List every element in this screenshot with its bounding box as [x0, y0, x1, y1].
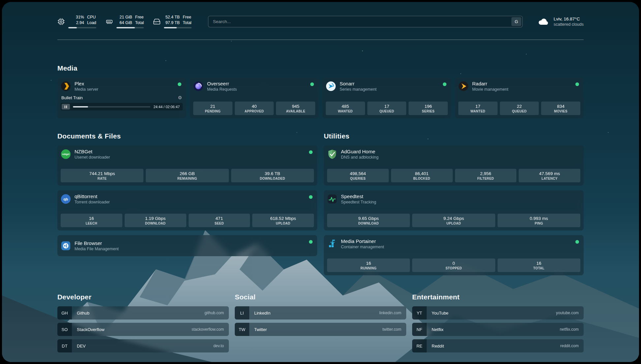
- bookmark-stackoverflow[interactable]: SO StackOverflow stackoverflow.com: [57, 323, 229, 336]
- stat-pending: 21PENDING: [193, 102, 232, 115]
- stat-filtered: 2,956FILTERED: [455, 169, 517, 182]
- dashboard-content: 31%CPU 2.94Load 21 GiBFree 64 GiBTotal: [2, 2, 639, 362]
- memory-total-label: Total: [135, 20, 144, 25]
- bookmark-youtube[interactable]: YT YouTube youtube.com: [412, 306, 584, 319]
- stat-approved: 40APPROVED: [235, 102, 274, 115]
- weather-location: Lviv, 16.87°C: [554, 16, 584, 21]
- documents-column: Documents & Files nzbget NZBGet Usenet d…: [57, 132, 317, 256]
- stat-movies: 834MOVIES: [541, 102, 580, 115]
- top-bar: 31%CPU 2.94Load 21 GiBFree 64 GiBTotal: [57, 12, 584, 31]
- search-provider-button[interactable]: G: [511, 17, 521, 26]
- bookmark-reddit[interactable]: RE Reddit reddit.com: [412, 339, 584, 352]
- svg-text:nzbget: nzbget: [62, 153, 70, 156]
- radarr-icon: [458, 81, 469, 91]
- service-card-nzbget[interactable]: nzbget NZBGet Usenet downloader 744.21 M…: [57, 145, 317, 186]
- stat-download: 9.65 GbpsDOWNLOAD: [327, 214, 410, 227]
- stat-queued: 17QUEUED: [367, 102, 407, 115]
- service-title: Media Portainer: [341, 238, 384, 244]
- pause-button[interactable]: [62, 104, 70, 109]
- memory-widget: 21 GiBFree 64 GiBTotal: [106, 15, 144, 28]
- service-card-portainer[interactable]: Media Portainer Container management 16R…: [324, 235, 584, 275]
- service-card-filebrowser[interactable]: File Browser Media File Management: [57, 235, 317, 256]
- stat-ping: 0.993 msPING: [498, 214, 580, 227]
- bookmark-domain: dev.to: [213, 339, 229, 352]
- bookmark-abbr: NF: [412, 323, 427, 336]
- bookmark-domain: twitter.com: [382, 323, 406, 336]
- playback-progress[interactable]: [73, 106, 150, 107]
- service-card-sonarr[interactable]: Sonarr Series management 485WANTED 17QUE…: [322, 77, 451, 118]
- stat-downloaded: 39.6 TBDOWNLOADED: [231, 169, 314, 182]
- disk-total: 97.9 TB: [164, 20, 180, 25]
- memory-total: 64 GiB: [116, 20, 132, 25]
- section-title-entertainment: Entertainment: [412, 293, 584, 301]
- bookmark-name: DEV: [72, 339, 213, 352]
- nzbget-icon: nzbget: [61, 149, 71, 159]
- bookmark-github[interactable]: GH Github github.com: [57, 306, 229, 319]
- service-desc: Container management: [341, 245, 384, 249]
- bookmark-linkedin[interactable]: LI LinkedIn linkedin.com: [235, 306, 406, 319]
- status-dot: [443, 82, 446, 86]
- bookmark-abbr: DT: [57, 339, 72, 352]
- service-title: qBittorrent: [75, 194, 110, 199]
- service-title: File Browser: [75, 240, 119, 246]
- service-card-plex[interactable]: Plex Media server Bullet Train ⚙ 24:44 /…: [57, 77, 186, 118]
- service-card-speedtest[interactable]: Speedtest Speedtest Tracking 9.65 GbpsDO…: [324, 190, 584, 230]
- status-dot: [309, 240, 313, 244]
- service-desc: Media server: [75, 87, 98, 92]
- stat-remaining: 266 GBREMAINING: [146, 169, 229, 182]
- status-dot: [309, 150, 313, 154]
- search-input[interactable]: [208, 16, 523, 27]
- service-card-overseerr[interactable]: Overseerr Media Requests 21PENDING 40APP…: [190, 77, 319, 118]
- service-desc: DNS and adblocking: [341, 155, 379, 160]
- service-card-radarr[interactable]: Radarr Movie management 17WANTED 22QUEUE…: [455, 77, 584, 118]
- memory-bar: [116, 27, 144, 28]
- bookmark-domain: netflix.com: [560, 323, 584, 336]
- utilities-column: Utilities: [324, 132, 584, 275]
- disk-free: 52.4 TB: [164, 15, 180, 20]
- stat-latency: 47.569 msLATENCY: [519, 169, 580, 182]
- media-cards-row: Plex Media server Bullet Train ⚙ 24:44 /…: [57, 77, 584, 118]
- service-desc: Torrent downloader: [75, 200, 110, 204]
- stat-queries: 498,564QUERIES: [327, 169, 389, 182]
- section-title-social: Social: [235, 293, 406, 301]
- bookmark-name: YouTube: [427, 306, 556, 319]
- section-title-documents: Documents & Files: [57, 132, 317, 140]
- disk-bar: [164, 27, 191, 28]
- stat-leech: 16LEECH: [61, 214, 122, 227]
- bookmark-domain: linkedin.com: [379, 306, 406, 319]
- bookmark-name: StackOverflow: [72, 323, 192, 336]
- cpu-label: CPU: [87, 15, 96, 20]
- service-desc: Usenet downloader: [75, 155, 110, 160]
- service-title: Sonarr: [340, 81, 377, 86]
- adguard-icon: [327, 149, 337, 159]
- bookmark-abbr: TW: [235, 323, 249, 336]
- bookmark-twitter[interactable]: TW Twitter twitter.com: [235, 323, 406, 336]
- dashboard-screen: 31%CPU 2.94Load 21 GiBFree 64 GiBTotal: [2, 2, 639, 362]
- bookmark-abbr: LI: [235, 306, 249, 319]
- stat-upload: 9.24 GbpsUPLOAD: [412, 214, 495, 227]
- bookmark-domain: stackoverflow.com: [192, 323, 229, 336]
- plex-now-playing: Bullet Train ⚙ 24:44 / 02:06:47: [61, 95, 183, 110]
- section-title-utilities: Utilities: [324, 132, 584, 140]
- resource-widgets: 31%CPU 2.94Load 21 GiBFree 64 GiBTotal: [57, 15, 192, 28]
- service-desc: Media Requests: [207, 87, 237, 92]
- stat-blocked: 86,401BLOCKED: [391, 169, 453, 182]
- now-playing-title: Bullet Train: [61, 95, 83, 100]
- stat-total: 16TOTAL: [498, 258, 580, 272]
- memory-icon: [106, 18, 113, 25]
- cpu-icon: [57, 18, 65, 25]
- plex-icon: [61, 81, 71, 91]
- gear-icon[interactable]: ⚙: [178, 95, 182, 100]
- bookmark-dev[interactable]: DT DEV dev.to: [57, 339, 229, 352]
- bookmark-domain: github.com: [204, 306, 229, 319]
- service-card-qbittorrent[interactable]: qb qBittorrent Torrent downloader 16LEEC…: [57, 190, 317, 230]
- service-card-adguard[interactable]: AdGuard Home DNS and adblocking 498,564Q…: [324, 145, 584, 186]
- memory-free-label: Free: [135, 15, 144, 20]
- bookmark-abbr: GH: [57, 306, 72, 319]
- service-title: Plex: [75, 81, 98, 86]
- bookmark-netflix[interactable]: NF Netflix netflix.com: [412, 323, 584, 336]
- status-dot: [575, 240, 579, 244]
- portainer-icon: [327, 239, 337, 249]
- bookmark-name: LinkedIn: [249, 306, 379, 319]
- bookmark-name: Github: [72, 306, 204, 319]
